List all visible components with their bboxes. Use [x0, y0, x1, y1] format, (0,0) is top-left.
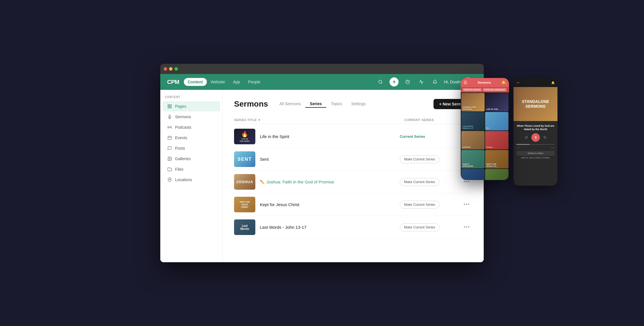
sidebar-item-pages[interactable]: Pages: [163, 101, 220, 111]
sidebar-item-files[interactable]: Files: [163, 164, 220, 174]
make-current-button-kept[interactable]: Make Current Series: [400, 201, 439, 209]
time-current: 1:27: [516, 147, 520, 149]
grid-item-standalone[interactable]: STANDALONESERMONS: [461, 93, 485, 111]
make-current-button-sent[interactable]: Make Current Series: [400, 155, 439, 163]
help-icon[interactable]: [403, 77, 412, 86]
series-current-col-kept: Make Current Series: [400, 201, 456, 209]
phone-2-notification-icon[interactable]: 🔔: [551, 81, 555, 84]
sidebar-item-locations[interactable]: Locations: [163, 175, 220, 185]
table-row: LastWords Last Words - John 13-17 Make C…: [234, 216, 472, 239]
sidebar: CONTENT Pages Sermons: [160, 90, 223, 262]
series-name-lastwords[interactable]: Last Words - John 13-17: [260, 225, 306, 230]
row-actions-kept: •••: [461, 202, 472, 208]
sidebar-item-events[interactable]: Events: [163, 133, 220, 143]
series-info-joshua: ✏️ Joshua: Faith in the God of Promise: [260, 179, 395, 184]
grid-item-covenant[interactable]: COVENANTMEMBERSHIP: [461, 169, 485, 180]
series-thumbnail-lastwords[interactable]: LastWords: [234, 219, 255, 235]
series-name-sent[interactable]: Sent: [260, 157, 269, 162]
phone-tab-show[interactable]: SHOW ALL SERMONS: [483, 88, 506, 91]
activity-icon[interactable]: [417, 77, 426, 86]
series-thumbnail-sent[interactable]: SENT: [234, 151, 255, 167]
svg-point-16: [169, 158, 169, 158]
edit-icon: ✏️: [260, 180, 265, 184]
grid-item-christmas[interactable]: Christ...: [485, 131, 508, 149]
series-thumbnail-joshua[interactable]: JOSHUA: [234, 174, 255, 190]
nav-item-content[interactable]: Content: [184, 78, 207, 86]
phone-2-subtitle: MAR 24, 2021 | DAVID STOMEL: [516, 157, 555, 159]
phone-mockups: ☰ Sermons 🔔 SORT BY SERIES SHOW ALL SERM…: [461, 78, 557, 186]
phone-2-back-icon[interactable]: ←: [516, 80, 520, 85]
phone-1-tabs: SORT BY SERIES SHOW ALL SERMONS: [461, 87, 509, 92]
grid-item-community[interactable]: Commu...: [485, 169, 508, 180]
phone-grid: STANDALONESERMONS LIFE IN THE... Last Wo…: [461, 92, 509, 180]
browser-dot-green[interactable]: [174, 67, 178, 71]
switch-to-video-button[interactable]: Switch to Video: [516, 151, 555, 156]
grid-item-last-words[interactable]: Last WordsJOHN 13-17: [461, 112, 485, 130]
sidebar-item-podcasts[interactable]: Podcasts: [163, 122, 220, 132]
series-name-life[interactable]: Life in the Spirit: [260, 134, 289, 139]
series-name-joshua[interactable]: ✏️ Joshua: Faith in the God of Promise: [260, 179, 334, 184]
sidebar-item-posts[interactable]: Posts: [163, 143, 220, 153]
series-name-kept[interactable]: Kept for Jesus Christ: [260, 202, 299, 207]
time-display: 1:27 3:42: [516, 147, 555, 149]
play-pause-button[interactable]: ⏸: [531, 133, 540, 142]
svg-point-17: [169, 179, 170, 180]
grid-item-kept[interactable]: KEPT FORJESUS CH...: [485, 150, 508, 168]
series-info-lastwords: Last Words - John 13-17: [260, 225, 395, 230]
content-area: Sermons All Sermons Series Topics Settin…: [223, 90, 484, 262]
series-current-col: Current Series: [400, 134, 456, 139]
grid-item-sent[interactable]: SE...: [485, 112, 508, 130]
col-current-series: CURRENT SERIES: [404, 118, 461, 122]
table-row: SENT Sent Make Current Series •••: [234, 148, 472, 171]
podcasts-icon: [167, 125, 172, 130]
posts-icon: [167, 146, 172, 151]
skip-forward-icon[interactable]: ↻: [543, 135, 547, 140]
time-total: 3:42: [551, 147, 555, 149]
svg-point-10: [169, 127, 170, 128]
tab-settings[interactable]: Settings: [347, 100, 370, 108]
grid-item-life[interactable]: LIFE IN THE...: [485, 93, 508, 111]
nav-item-people[interactable]: People: [244, 78, 264, 86]
phone-2-banner-text: STANDALONESERMONS: [519, 97, 551, 111]
series-current-col-lastwords: Make Current Series: [400, 223, 456, 231]
make-current-button-joshua[interactable]: Make Current Series: [400, 178, 439, 186]
nav-item-website[interactable]: Website: [207, 78, 229, 86]
grid-item-joshua[interactable]: JOSHUA: [461, 131, 485, 149]
phone-1-title: Sermons: [477, 81, 491, 84]
page-header: Sermons All Sermons Series Topics Settin…: [234, 99, 472, 109]
phone-2-controls: ↺ ⏸ ↻: [516, 133, 555, 142]
notification-icon[interactable]: [430, 77, 439, 86]
browser-dot-red[interactable]: [164, 67, 167, 71]
sermons-icon: [167, 114, 172, 119]
row-menu-button-lastwords[interactable]: •••: [464, 224, 470, 230]
series-info-life: Life in the Spirit: [260, 134, 395, 139]
svg-rect-7: [168, 107, 169, 108]
make-current-button-lastwords[interactable]: Make Current Series: [400, 223, 439, 231]
nav-logo: CPM: [167, 79, 179, 85]
svg-rect-11: [168, 136, 171, 140]
tab-all-sermons[interactable]: All Sermons: [275, 100, 305, 108]
sidebar-item-sermons[interactable]: Sermons: [163, 112, 220, 122]
phone-tab-sort[interactable]: SORT BY SERIES: [462, 88, 482, 91]
table-row: JOSHUA ✏️ Joshua: Faith in the God of Pr…: [234, 171, 472, 193]
skip-back-icon[interactable]: ↺: [525, 135, 528, 140]
sidebar-item-galleries[interactable]: Galleries: [163, 154, 220, 164]
phone-2-header: ← 🔔: [513, 78, 557, 87]
row-menu-button-kept[interactable]: •••: [464, 202, 470, 208]
add-icon[interactable]: +: [390, 77, 399, 86]
series-thumbnail-kept[interactable]: KEPT FORJESUSCHRIST: [234, 197, 255, 212]
svg-point-0: [379, 80, 382, 83]
browser-dot-yellow[interactable]: [169, 67, 172, 71]
sidebar-label-sermons: Sermons: [175, 115, 191, 119]
col-series-title: SERIES TITLE ▼: [234, 118, 404, 122]
nav-item-app[interactable]: App: [229, 78, 244, 86]
tab-series[interactable]: Series: [305, 100, 326, 108]
browser-titlebar: [160, 64, 484, 74]
user-greeting: Hi, Dustin: [444, 80, 461, 84]
tab-topics[interactable]: Topics: [326, 100, 347, 108]
series-thumbnail-life[interactable]: 🔥 LIFE INTHE SPIRIT: [234, 129, 255, 144]
grid-item-guest[interactable]: GUESTSPEAKERS: [461, 150, 485, 168]
search-icon[interactable]: [376, 77, 385, 86]
progress-bar[interactable]: [516, 144, 555, 145]
sidebar-label-podcasts: Podcasts: [175, 125, 191, 130]
